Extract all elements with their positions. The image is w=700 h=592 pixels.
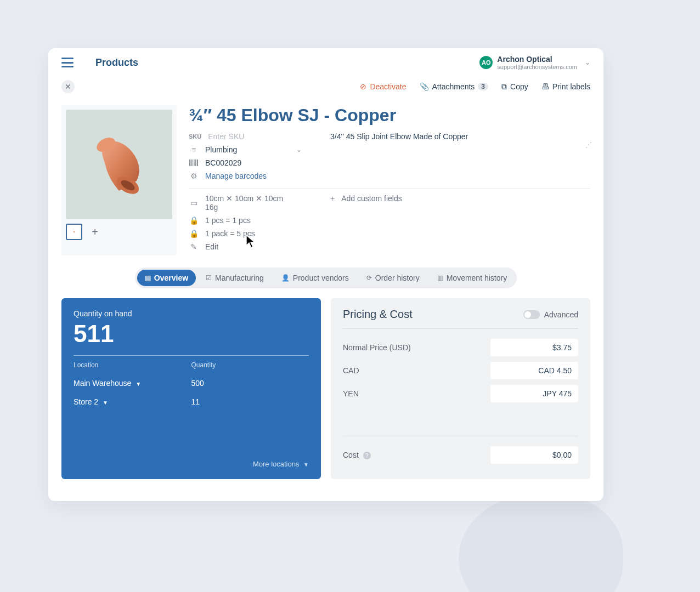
add-custom-fields-label: Add custom fields — [341, 194, 402, 203]
plus-icon: + — [330, 194, 335, 203]
more-locations-label: More locations — [253, 460, 300, 468]
tab-label: Product vendors — [293, 274, 349, 282]
pricing-panel: Pricing & Cost Advanced Normal Price (US… — [331, 298, 590, 479]
price-input[interactable]: $3.75 — [490, 339, 578, 356]
uom2-row: 🔒 1 pack = 5 pcs — [189, 229, 320, 238]
sku-input[interactable]: Enter SKU — [208, 132, 244, 141]
tab-icon: ☑ — [206, 274, 212, 282]
tab-order-history[interactable]: ⟳Order history — [359, 270, 427, 286]
advanced-label: Advanced — [544, 310, 578, 319]
quantity-title: Quantity on hand — [74, 309, 309, 318]
tab-manufacturing[interactable]: ☑Manufacturing — [198, 270, 272, 286]
tab-label: Manufacturing — [215, 274, 264, 282]
price-label: Normal Price (USD) — [343, 343, 490, 352]
deactivate-label: Deactivate — [370, 82, 406, 91]
decorative-blob — [459, 493, 623, 592]
pricing-title: Pricing & Cost — [343, 308, 413, 321]
org-email: support@archonsystems.com — [497, 64, 577, 70]
product-info: ¾″ 45 Elbow SJ - Copper SKU Enter SKU ≡ … — [189, 105, 590, 255]
attachments-button[interactable]: 📎 Attachments 3 — [420, 82, 489, 92]
chevron-down-icon: ⌄ — [585, 59, 590, 66]
price-input[interactable]: JPY 475 — [490, 385, 578, 402]
quantity-total: 511 — [74, 320, 309, 348]
edit-link[interactable]: ✎ Edit — [189, 242, 320, 251]
toolbar: ✕ ⊘ Deactivate 📎 Attachments 3 ⧉ Copy 🖶 … — [48, 77, 603, 101]
location-header: Location — [74, 361, 191, 369]
gear-icon: ⚙ — [189, 172, 199, 180]
org-name: Archon Optical — [497, 55, 577, 64]
category-select[interactable]: ≡ Plumbing ⌄ — [189, 145, 320, 154]
tab-product-vendors[interactable]: 👤Product vendors — [274, 270, 357, 286]
barcode-icon — [189, 160, 199, 166]
close-button[interactable]: ✕ — [61, 80, 75, 93]
lock-icon: 🔒 — [189, 216, 199, 225]
page-title: Products — [95, 57, 138, 69]
avatar: AO — [479, 56, 493, 69]
tab-movement-history[interactable]: ▥Movement history — [430, 270, 515, 286]
ruler-icon: ▭ — [189, 198, 199, 207]
product-image[interactable] — [66, 110, 172, 219]
help-icon[interactable]: ? — [363, 452, 371, 459]
caret-down-icon: ▼ — [136, 381, 141, 387]
divider — [343, 436, 578, 436]
add-custom-fields-link[interactable]: + Add custom fields — [330, 194, 590, 203]
pencil-icon: ✎ — [189, 242, 199, 251]
caret-down-icon: ▼ — [103, 400, 108, 406]
tab-label: Movement history — [447, 274, 507, 282]
svg-rect-4 — [190, 160, 191, 166]
tab-overview[interactable]: ▤Overview — [137, 270, 196, 286]
more-locations-link[interactable]: More locations ▼ — [74, 460, 309, 468]
tab-label: Overview — [154, 274, 188, 282]
add-image-button[interactable]: + — [87, 224, 103, 240]
divider — [343, 328, 578, 329]
divider — [74, 355, 309, 356]
location-row[interactable]: Main Warehouse ▼500 — [74, 379, 309, 388]
chevron-down-icon: ⌄ — [296, 146, 302, 153]
location-qty: 500 — [191, 379, 309, 388]
copy-icon: ⧉ — [501, 82, 507, 92]
tab-icon: 👤 — [281, 274, 290, 282]
paperclip-icon: 📎 — [420, 82, 429, 91]
tab-icon: ▥ — [437, 274, 443, 282]
price-row: Normal Price (USD)$3.75 — [343, 339, 578, 356]
location-row[interactable]: Store 2 ▼11 — [74, 397, 309, 406]
svg-rect-3 — [189, 160, 190, 166]
product-description[interactable]: 3/4'' 45 Slip Joint Elbow Made of Copper — [330, 132, 590, 141]
copy-label: Copy — [510, 82, 528, 91]
advanced-toggle[interactable] — [523, 310, 540, 319]
uom2-value: 1 pack = 5 pcs — [205, 229, 255, 238]
sku-label: SKU — [189, 133, 201, 140]
barcode-row: BC002029 — [189, 158, 320, 167]
uom1-value: 1 pcs = 1 pcs — [205, 216, 251, 225]
copy-button[interactable]: ⧉ Copy — [501, 82, 528, 92]
attachments-label: Attachments — [432, 82, 475, 91]
cost-input[interactable]: $0.00 — [490, 446, 578, 464]
svg-rect-7 — [195, 160, 196, 166]
print-labels-button[interactable]: 🖶 Print labels — [541, 82, 590, 92]
location-name: Store 2 ▼ — [74, 397, 191, 406]
price-input[interactable]: CAD 4.50 — [490, 362, 578, 379]
category-value: Plumbing — [205, 145, 237, 154]
price-label: CAD — [343, 366, 490, 375]
cost-row: Cost ? $0.00 — [343, 446, 578, 464]
edit-label: Edit — [205, 242, 218, 251]
svg-rect-5 — [193, 160, 193, 166]
thumbnail-1[interactable] — [66, 224, 82, 240]
dimensions-row: ▭ 10cm ✕ 10cm ✕ 10cm 16g — [189, 194, 320, 212]
sku-row: SKU Enter SKU — [189, 132, 320, 141]
location-name: Main Warehouse ▼ — [74, 379, 191, 388]
account-switcher[interactable]: AO Archon Optical support@archonsystems.… — [479, 55, 590, 70]
product-name[interactable]: ¾″ 45 Elbow SJ - Copper — [189, 105, 590, 126]
list-icon: ≡ — [189, 145, 199, 154]
resize-handle-icon[interactable]: ⋰ — [330, 141, 590, 149]
deactivate-button[interactable]: ⊘ Deactivate — [360, 82, 406, 92]
svg-rect-8 — [197, 160, 198, 166]
content-scroll[interactable]: + ¾″ 45 Elbow SJ - Copper SKU Enter SKU … — [48, 101, 603, 494]
qty-header: Quantity — [191, 361, 309, 369]
tab-label: Order history — [375, 274, 420, 282]
location-table-header: Location Quantity — [74, 361, 309, 369]
uom1-row: 🔒 1 pcs = 1 pcs — [189, 216, 320, 225]
menu-icon[interactable] — [61, 58, 74, 67]
image-gallery: + — [61, 105, 177, 255]
manage-barcodes-link[interactable]: ⚙ Manage barcodes — [189, 172, 320, 180]
